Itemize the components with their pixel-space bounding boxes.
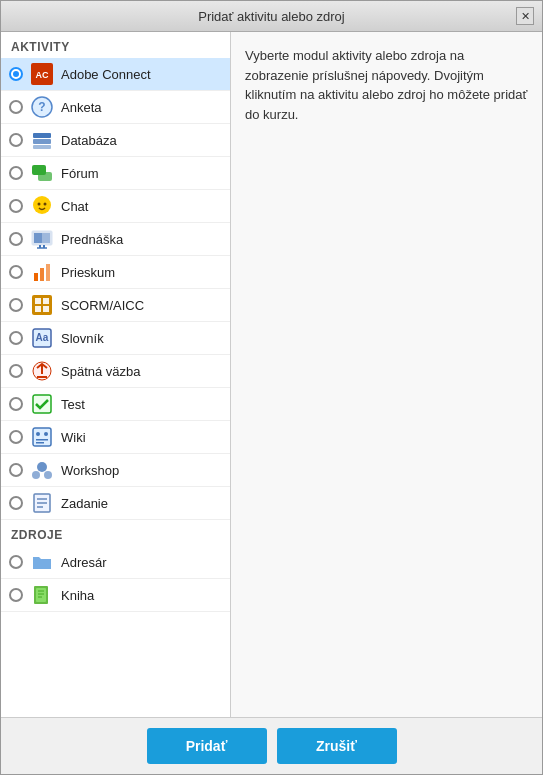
list-item[interactable]: SCORM/AICC [1,289,230,322]
radio-workshop[interactable] [9,463,23,477]
forum-icon [31,162,53,184]
svg-rect-18 [34,273,38,281]
svg-rect-5 [33,139,51,144]
description-text: Vyberte modul aktivity alebo zdroja na z… [245,46,528,124]
right-panel: Vyberte modul aktivity alebo zdroja na z… [231,32,542,717]
test-icon [31,393,53,415]
slovnik-label: Slovník [61,331,104,346]
list-item[interactable]: Workshop [1,454,230,487]
svg-point-31 [36,432,40,436]
svg-rect-22 [35,298,41,304]
svg-rect-23 [43,298,49,304]
svg-rect-43 [36,588,46,602]
cancel-button[interactable]: Zrušiť [277,728,397,764]
list-item[interactable]: Kniha [1,579,230,612]
chat-label: Chat [61,199,88,214]
radio-test[interactable] [9,397,23,411]
adresar-label: Adresár [61,555,107,570]
svg-text:AC: AC [36,70,49,80]
svg-text:?: ? [38,100,45,114]
svg-point-11 [44,203,47,206]
anketa-label: Anketa [61,100,101,115]
list-item[interactable]: Wiki [1,421,230,454]
scorm-icon [31,294,53,316]
zadanie-label: Zadanie [61,496,108,511]
radio-spatna[interactable] [9,364,23,378]
workshop-label: Workshop [61,463,119,478]
list-item[interactable]: Databáza [1,124,230,157]
dialog-window: Pridať aktivitu alebo zdroj ✕ AKTIVITY A… [0,0,543,775]
forum-label: Fórum [61,166,99,181]
prieskum-label: Prieskum [61,265,115,280]
svg-point-35 [37,462,47,472]
list-item[interactable]: Zadanie [1,487,230,520]
list-item[interactable]: AC Adobe Connect [1,58,230,91]
svg-rect-25 [43,306,49,312]
resources-section-header: ZDROJE [1,520,230,546]
wiki-label: Wiki [61,430,86,445]
radio-scorm[interactable] [9,298,23,312]
radio-adobe-connect[interactable] [9,67,23,81]
radio-adresar[interactable] [9,555,23,569]
wiki-icon [31,426,53,448]
svg-rect-33 [36,439,48,441]
list-item[interactable]: Test [1,388,230,421]
svg-rect-19 [40,268,44,281]
add-button[interactable]: Pridať [147,728,267,764]
list-item[interactable]: Fórum [1,157,230,190]
footer: Pridať Zrušiť [1,717,542,774]
radio-anketa[interactable] [9,100,23,114]
svg-rect-34 [36,442,44,444]
svg-rect-14 [34,233,42,243]
radio-predmaska[interactable] [9,232,23,246]
dialog-title: Pridať aktivitu alebo zdroj [27,9,516,24]
workshop-icon [31,459,53,481]
scorm-label: SCORM/AICC [61,298,144,313]
adobe-connect-icon: AC [31,63,53,85]
list-item[interactable]: Prednáška [1,223,230,256]
databaza-label: Databáza [61,133,117,148]
close-button[interactable]: ✕ [516,7,534,25]
predmaska-icon [31,228,53,250]
svg-text:Aa: Aa [36,332,49,343]
test-label: Test [61,397,85,412]
svg-point-36 [32,471,40,479]
svg-point-10 [38,203,41,206]
predmaska-label: Prednáška [61,232,123,247]
adobe-connect-label: Adobe Connect [61,67,151,82]
spatna-icon [31,360,53,382]
zadanie-icon [31,492,53,514]
radio-databaza[interactable] [9,133,23,147]
svg-rect-8 [38,172,52,181]
svg-rect-4 [33,133,51,138]
list-item[interactable]: Aa Slovník [1,322,230,355]
activities-section-header: AKTIVITY [1,32,230,58]
radio-zadanie[interactable] [9,496,23,510]
svg-rect-29 [33,395,51,413]
kniha-label: Kniha [61,588,94,603]
svg-rect-20 [46,264,50,281]
svg-point-32 [44,432,48,436]
radio-forum[interactable] [9,166,23,180]
slovnik-icon: Aa [31,327,53,349]
kniha-icon [31,584,53,606]
radio-slovnik[interactable] [9,331,23,345]
radio-wiki[interactable] [9,430,23,444]
radio-prieskum[interactable] [9,265,23,279]
list-item[interactable]: Prieskum [1,256,230,289]
svg-point-37 [44,471,52,479]
list-item[interactable]: Chat [1,190,230,223]
adresar-icon [31,551,53,573]
content-area: AKTIVITY AC Adobe Connect ? [1,32,542,717]
list-item[interactable]: Adresár [1,546,230,579]
left-panel: AKTIVITY AC Adobe Connect ? [1,32,231,717]
list-item[interactable]: Spätná väzba [1,355,230,388]
prieskum-icon [31,261,53,283]
radio-chat[interactable] [9,199,23,213]
list-item[interactable]: ? Anketa [1,91,230,124]
title-bar: Pridať aktivitu alebo zdroj ✕ [1,1,542,32]
databaza-icon [31,129,53,151]
svg-rect-24 [35,306,41,312]
radio-kniha[interactable] [9,588,23,602]
anketa-icon: ? [31,96,53,118]
